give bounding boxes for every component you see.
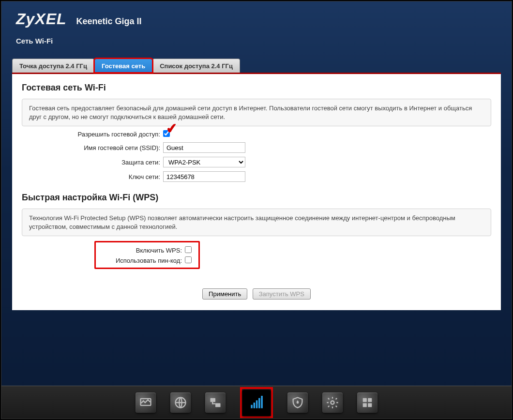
svg-rect-3 — [215, 403, 221, 407]
guest-section-title: Гостевая сеть Wi-Fi — [22, 83, 491, 93]
tab-access-point[interactable]: Точка доступа 2.4 ГГц — [12, 59, 94, 73]
ssid-input[interactable] — [163, 142, 245, 153]
tab-bar: Точка доступа 2.4 ГГц Гостевая сеть Спис… — [12, 59, 501, 74]
svg-rect-10 — [363, 398, 367, 402]
nav-wifi-icon[interactable] — [242, 389, 271, 416]
guest-description: Гостевая сеть предоставляет безопасный д… — [22, 99, 491, 126]
key-input[interactable] — [163, 171, 245, 182]
svg-rect-2 — [211, 398, 216, 402]
nav-network-icon[interactable] — [205, 392, 226, 413]
svg-rect-13 — [368, 403, 372, 407]
svg-point-9 — [331, 401, 334, 404]
wps-pin-checkbox[interactable] — [185, 256, 192, 263]
svg-rect-11 — [368, 398, 372, 402]
start-wps-button[interactable]: Запустить WPS — [253, 288, 311, 300]
wps-description: Технология Wi-Fi Protected Setup (WPS) п… — [22, 209, 491, 236]
wps-enable-checkbox[interactable] — [185, 246, 192, 253]
annotation-nav-highlight — [240, 387, 273, 418]
ssid-label: Имя гостевой сети (SSID): — [22, 144, 163, 151]
svg-rect-8 — [261, 396, 263, 408]
tab-guest-network[interactable]: Гостевая сеть — [94, 59, 152, 73]
wps-enable-label: Включить WPS: — [98, 247, 185, 254]
annotation-wps-highlight: Включить WPS: Использовать пин-код: — [94, 241, 200, 269]
security-select[interactable]: WPA2-PSK — [163, 157, 245, 167]
content-panel: Гостевая сеть Wi-Fi Гостевая сеть предос… — [12, 74, 501, 310]
svg-rect-5 — [254, 403, 256, 408]
svg-rect-4 — [251, 405, 253, 408]
enable-guest-label: Разрешить гостевой доступ: — [22, 131, 163, 138]
apply-button[interactable]: Применить — [202, 288, 247, 300]
security-label: Защита сети: — [22, 159, 163, 166]
nav-gear-icon[interactable] — [322, 392, 343, 413]
nav-monitor-icon[interactable] — [136, 392, 156, 413]
key-label: Ключ сети: — [22, 173, 163, 180]
brand-logo: ZyXEL — [16, 10, 67, 28]
tab-access-list[interactable]: Список доступа 2.4 ГГц — [152, 59, 240, 73]
wps-section-title: Быстрая настройка Wi-Fi (WPS) — [22, 193, 491, 203]
enable-guest-checkbox[interactable] — [163, 130, 170, 137]
nav-globe-icon[interactable] — [170, 392, 191, 413]
wps-pin-label: Использовать пин-код: — [98, 257, 185, 264]
nav-firewall-icon[interactable] — [287, 392, 308, 413]
nav-apps-icon[interactable] — [357, 392, 377, 413]
svg-rect-7 — [258, 398, 260, 408]
svg-rect-12 — [363, 403, 367, 407]
page-title: Сеть Wi-Fi — [16, 37, 497, 45]
svg-rect-6 — [256, 400, 258, 408]
bottom-nav — [1, 386, 512, 419]
brand-model: Keenetic Giga II — [76, 16, 142, 27]
